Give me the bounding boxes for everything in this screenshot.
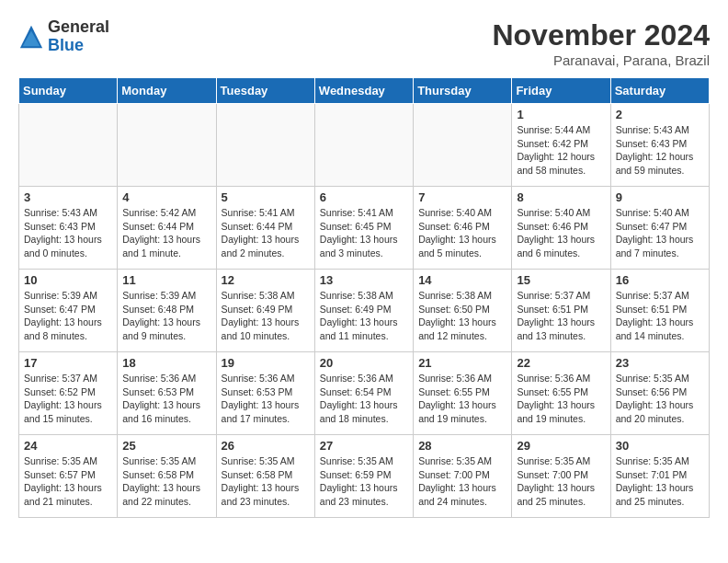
day-number: 3: [24, 190, 112, 204]
calendar-cell: 13Sunrise: 5:38 AMSunset: 6:49 PMDayligh…: [314, 270, 413, 352]
calendar-cell: [314, 104, 413, 187]
day-number: 17: [24, 356, 112, 370]
day-info: Sunrise: 5:37 AMSunset: 6:51 PMDaylight:…: [616, 289, 704, 343]
day-number: 20: [320, 356, 408, 370]
calendar-week-row: 24Sunrise: 5:35 AMSunset: 6:57 PMDayligh…: [19, 435, 710, 518]
day-info: Sunrise: 5:44 AMSunset: 6:42 PMDaylight:…: [517, 123, 605, 178]
calendar-cell: [216, 104, 314, 187]
calendar-cell: 19Sunrise: 5:36 AMSunset: 6:53 PMDayligh…: [216, 352, 314, 435]
page-header: General Blue November 2024 Paranavai, Pa…: [18, 18, 710, 68]
calendar-cell: 25Sunrise: 5:35 AMSunset: 6:58 PMDayligh…: [118, 435, 216, 518]
day-number: 16: [616, 273, 704, 287]
day-number: 8: [517, 190, 605, 204]
day-info: Sunrise: 5:41 AMSunset: 6:45 PMDaylight:…: [320, 206, 408, 260]
day-info: Sunrise: 5:35 AMSunset: 6:56 PMDaylight:…: [616, 372, 704, 426]
calendar-cell: 28Sunrise: 5:35 AMSunset: 7:00 PMDayligh…: [414, 435, 512, 518]
day-info: Sunrise: 5:43 AMSunset: 6:43 PMDaylight:…: [24, 206, 112, 260]
weekday-header-tuesday: Tuesday: [216, 78, 314, 104]
calendar-cell: 1Sunrise: 5:44 AMSunset: 6:42 PMDaylight…: [512, 104, 610, 187]
day-info: Sunrise: 5:38 AMSunset: 6:49 PMDaylight:…: [222, 289, 310, 343]
day-info: Sunrise: 5:41 AMSunset: 6:44 PMDaylight:…: [222, 206, 310, 260]
day-number: 9: [616, 190, 704, 204]
day-number: 18: [122, 356, 210, 370]
day-info: Sunrise: 5:43 AMSunset: 6:43 PMDaylight:…: [616, 123, 704, 178]
weekday-header-sunday: Sunday: [19, 78, 118, 104]
day-info: Sunrise: 5:35 AMSunset: 6:58 PMDaylight:…: [222, 454, 310, 509]
month-title: November 2024: [492, 18, 710, 52]
day-info: Sunrise: 5:35 AMSunset: 6:58 PMDaylight:…: [122, 454, 210, 509]
day-number: 5: [222, 190, 310, 204]
day-info: Sunrise: 5:36 AMSunset: 6:55 PMDaylight:…: [418, 372, 506, 426]
weekday-header-monday: Monday: [118, 78, 216, 104]
day-info: Sunrise: 5:35 AMSunset: 7:00 PMDaylight:…: [517, 454, 605, 509]
weekday-header-row: SundayMondayTuesdayWednesdayThursdayFrid…: [19, 78, 710, 104]
title-block: November 2024 Paranavai, Parana, Brazil: [492, 18, 710, 68]
logo-icon: [18, 24, 44, 50]
day-number: 12: [222, 273, 310, 287]
weekday-header-saturday: Saturday: [610, 78, 709, 104]
calendar-cell: 22Sunrise: 5:36 AMSunset: 6:55 PMDayligh…: [512, 352, 610, 435]
logo: General Blue: [18, 18, 109, 55]
calendar-cell: 20Sunrise: 5:36 AMSunset: 6:54 PMDayligh…: [314, 352, 413, 435]
day-number: 19: [222, 356, 310, 370]
day-info: Sunrise: 5:36 AMSunset: 6:53 PMDaylight:…: [122, 372, 210, 426]
day-info: Sunrise: 5:35 AMSunset: 6:59 PMDaylight:…: [320, 454, 408, 509]
calendar-cell: 21Sunrise: 5:36 AMSunset: 6:55 PMDayligh…: [414, 352, 512, 435]
day-number: 24: [24, 439, 112, 453]
day-number: 23: [616, 356, 704, 370]
day-info: Sunrise: 5:40 AMSunset: 6:46 PMDaylight:…: [418, 206, 506, 260]
calendar-cell: 4Sunrise: 5:42 AMSunset: 6:44 PMDaylight…: [118, 187, 216, 270]
calendar-cell: 8Sunrise: 5:40 AMSunset: 6:46 PMDaylight…: [512, 187, 610, 270]
day-info: Sunrise: 5:35 AMSunset: 6:57 PMDaylight:…: [24, 454, 112, 509]
calendar-cell: 15Sunrise: 5:37 AMSunset: 6:51 PMDayligh…: [512, 270, 610, 352]
day-info: Sunrise: 5:40 AMSunset: 6:46 PMDaylight:…: [517, 206, 605, 260]
day-number: 15: [517, 273, 605, 287]
day-info: Sunrise: 5:39 AMSunset: 6:47 PMDaylight:…: [24, 289, 112, 343]
calendar-cell: 23Sunrise: 5:35 AMSunset: 6:56 PMDayligh…: [610, 352, 709, 435]
calendar-cell: 3Sunrise: 5:43 AMSunset: 6:43 PMDaylight…: [19, 187, 118, 270]
weekday-header-friday: Friday: [512, 78, 610, 104]
day-number: 2: [616, 108, 704, 121]
calendar-cell: 16Sunrise: 5:37 AMSunset: 6:51 PMDayligh…: [610, 270, 709, 352]
calendar-cell: 5Sunrise: 5:41 AMSunset: 6:44 PMDaylight…: [216, 187, 314, 270]
day-number: 11: [122, 273, 210, 287]
calendar-cell: 26Sunrise: 5:35 AMSunset: 6:58 PMDayligh…: [216, 435, 314, 518]
day-info: Sunrise: 5:36 AMSunset: 6:54 PMDaylight:…: [320, 372, 408, 426]
day-number: 30: [616, 439, 704, 453]
calendar-week-row: 10Sunrise: 5:39 AMSunset: 6:47 PMDayligh…: [19, 270, 710, 352]
day-number: 26: [222, 439, 310, 453]
calendar-cell: 6Sunrise: 5:41 AMSunset: 6:45 PMDaylight…: [314, 187, 413, 270]
day-number: 14: [418, 273, 506, 287]
calendar-cell: 27Sunrise: 5:35 AMSunset: 6:59 PMDayligh…: [314, 435, 413, 518]
calendar-week-row: 3Sunrise: 5:43 AMSunset: 6:43 PMDaylight…: [19, 187, 710, 270]
calendar-cell: 24Sunrise: 5:35 AMSunset: 6:57 PMDayligh…: [19, 435, 118, 518]
calendar-cell: 7Sunrise: 5:40 AMSunset: 6:46 PMDaylight…: [414, 187, 512, 270]
calendar-week-row: 17Sunrise: 5:37 AMSunset: 6:52 PMDayligh…: [19, 352, 710, 435]
calendar-cell: 9Sunrise: 5:40 AMSunset: 6:47 PMDaylight…: [610, 187, 709, 270]
day-number: 25: [122, 439, 210, 453]
day-info: Sunrise: 5:36 AMSunset: 6:53 PMDaylight:…: [222, 372, 310, 426]
calendar-cell: 17Sunrise: 5:37 AMSunset: 6:52 PMDayligh…: [19, 352, 118, 435]
day-number: 21: [418, 356, 506, 370]
day-number: 10: [24, 273, 112, 287]
day-info: Sunrise: 5:40 AMSunset: 6:47 PMDaylight:…: [616, 206, 704, 260]
logo-blue-text: Blue: [48, 36, 84, 54]
day-info: Sunrise: 5:39 AMSunset: 6:48 PMDaylight:…: [122, 289, 210, 343]
calendar-week-row: 1Sunrise: 5:44 AMSunset: 6:42 PMDaylight…: [19, 104, 710, 187]
location-subtitle: Paranavai, Parana, Brazil: [492, 52, 710, 68]
calendar-cell: 11Sunrise: 5:39 AMSunset: 6:48 PMDayligh…: [118, 270, 216, 352]
day-number: 6: [320, 190, 408, 204]
calendar-cell: 12Sunrise: 5:38 AMSunset: 6:49 PMDayligh…: [216, 270, 314, 352]
calendar-cell: 30Sunrise: 5:35 AMSunset: 7:01 PMDayligh…: [610, 435, 709, 518]
day-number: 22: [517, 356, 605, 370]
day-number: 28: [418, 439, 506, 453]
day-info: Sunrise: 5:35 AMSunset: 7:00 PMDaylight:…: [418, 454, 506, 509]
day-number: 1: [517, 108, 605, 121]
day-number: 13: [320, 273, 408, 287]
day-info: Sunrise: 5:42 AMSunset: 6:44 PMDaylight:…: [122, 206, 210, 260]
calendar-cell: [118, 104, 216, 187]
calendar-cell: [414, 104, 512, 187]
weekday-header-wednesday: Wednesday: [314, 78, 413, 104]
day-info: Sunrise: 5:38 AMSunset: 6:50 PMDaylight:…: [418, 289, 506, 343]
calendar-cell: 18Sunrise: 5:36 AMSunset: 6:53 PMDayligh…: [118, 352, 216, 435]
